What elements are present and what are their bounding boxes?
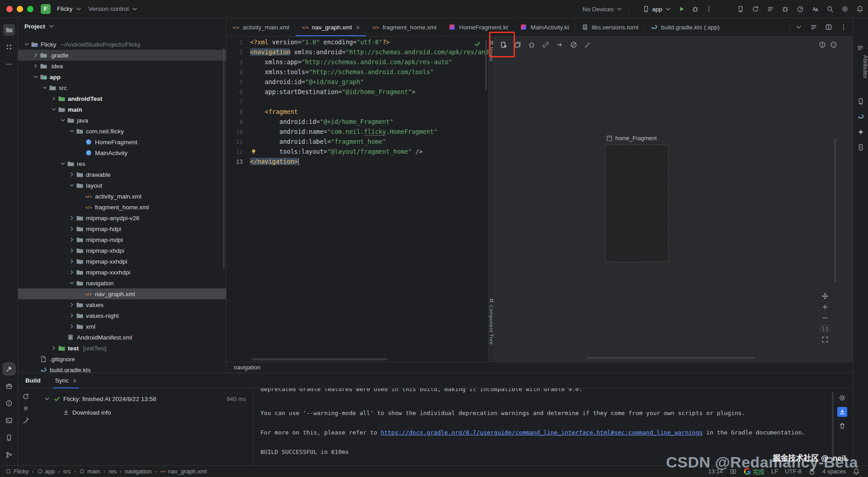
chevron-right-icon[interactable]	[69, 215, 75, 221]
sync-icon[interactable]	[752, 5, 759, 13]
code-line-8[interactable]: 8 <fragment	[226, 107, 488, 117]
code-line-6[interactable]: 6 app:startDestination="@id/home_Fragmen…	[226, 87, 488, 97]
sync-tab[interactable]: Sync ×	[53, 373, 79, 388]
tree-item-mipmap-xhdpi[interactable]: mipmap-xhdpi	[18, 245, 226, 256]
tree-item-build.gradle.kts[interactable]: build.gradle.kts	[18, 364, 226, 373]
tree-item-fragment_home.xml[interactable]: </>fragment_home.xml	[18, 202, 226, 213]
console-link[interactable]: https://docs.gradle.org/8.7/userguide/co…	[381, 429, 703, 436]
chevron-right-icon[interactable]	[69, 171, 75, 178]
zoom-level[interactable]: 1:1	[820, 325, 830, 332]
breadcrumb-nav_graph.xml[interactable]: </>nav_graph.xml	[160, 468, 207, 475]
tab-fragment_home.xml[interactable]: </>fragment_home.xml	[366, 18, 443, 36]
more-horizontal-icon[interactable]	[3, 58, 15, 70]
more-actions-icon[interactable]	[705, 5, 712, 13]
editor-list-icon[interactable]	[810, 24, 817, 31]
tree-item-androidTest[interactable]: androidTest	[18, 93, 226, 104]
design-surface[interactable]: ? home_Fragment 1:1	[495, 37, 853, 362]
bug-report-icon[interactable]	[782, 5, 789, 13]
zoom-fit-icon[interactable]	[821, 336, 829, 343]
build-tree-download-info[interactable]: Download info	[34, 406, 253, 418]
tree-item-.gitignore[interactable]: .gitignore	[18, 354, 226, 364]
tree-item-MainActivity[interactable]: CMainActivity	[18, 147, 226, 158]
tab-activity_main.xml[interactable]: </>activity_main.xml	[226, 18, 296, 36]
chevron-right-icon[interactable]	[69, 269, 75, 275]
deep-link-icon[interactable]	[542, 41, 549, 48]
chevron-down-icon[interactable]	[24, 41, 30, 47]
tab-libs.versions.toml[interactable]: libs.versions.toml	[576, 18, 645, 36]
code-line-7[interactable]: 7	[226, 97, 488, 107]
more-vertical-icon[interactable]	[840, 24, 847, 31]
tree-item-.idea[interactable]: .idea	[18, 61, 226, 71]
tree-item-xml[interactable]: xml	[18, 321, 226, 332]
code-line-12[interactable]: 12 tools:layout="@layout/fragment_home" …	[226, 146, 488, 156]
tree-item-HomeFragment[interactable]: CHomeFragment	[18, 137, 226, 147]
maximize-window-button[interactable]	[27, 6, 33, 12]
settings-icon[interactable]	[841, 5, 849, 13]
tree-item-test[interactable]: test [unitTest]	[18, 343, 226, 354]
tree-item-activity_main.xml[interactable]: </>activity_main.xml	[18, 191, 226, 202]
chevron-down-icon[interactable]	[43, 395, 51, 402]
breadcrumb-Flicky[interactable]: Flicky	[5, 468, 28, 475]
gradle-icon[interactable]	[857, 113, 864, 120]
pan-icon[interactable]	[821, 293, 829, 300]
services-icon[interactable]	[3, 380, 15, 392]
chevron-right-icon[interactable]	[69, 226, 75, 232]
close-window-button[interactable]	[6, 6, 13, 12]
device-manager-icon[interactable]	[857, 98, 864, 105]
breadcrumb-main[interactable]: main	[79, 468, 100, 475]
cycle-icon[interactable]	[570, 41, 577, 48]
attributes-tab[interactable]: Attributes	[853, 55, 868, 78]
xml-breadcrumb-tag[interactable]: navigation	[234, 364, 260, 371]
component-tree-tab[interactable]: Component Tree	[489, 298, 494, 345]
chevron-right-icon[interactable]	[69, 312, 75, 319]
tree-item-mipmap-xxxhdpi[interactable]: mipmap-xxxhdpi	[18, 267, 226, 278]
version-control-menu[interactable]: Version control	[89, 5, 138, 13]
clear-icon[interactable]	[837, 421, 847, 431]
build-tree-root[interactable]: Flicky: finished At 2024/8/22 13:58 940 …	[34, 393, 253, 405]
destination-label[interactable]: home_Fragment	[606, 135, 657, 142]
split-editor-icon[interactable]	[825, 24, 832, 31]
resource-manager-icon[interactable]	[3, 41, 15, 53]
translate-icon[interactable]: A	[811, 5, 819, 13]
chevron-right-icon[interactable]	[69, 247, 75, 254]
debug-button[interactable]	[692, 5, 699, 13]
tree-item-AndroidManifest.xml[interactable]: AndroidManifest.xml	[18, 332, 226, 343]
chevron-down-icon[interactable]	[33, 74, 39, 80]
chevron-down-icon[interactable]	[69, 182, 75, 189]
chevron-right-icon[interactable]	[69, 236, 75, 243]
intention-bulb-icon[interactable]	[250, 148, 257, 155]
breadcrumb-navigation[interactable]: navigation	[125, 468, 151, 475]
chevron-down-icon[interactable]	[60, 161, 66, 167]
tree-item-mipmap-mdpi[interactable]: mipmap-mdpi	[18, 234, 226, 245]
code-line-3[interactable]: 3 xmlns:app="http://schemas.android.com/…	[226, 57, 488, 67]
code-line-11[interactable]: 11 android:label="fragment_home"	[226, 137, 488, 146]
tree-item-java[interactable]: java	[18, 115, 226, 126]
code-line-2[interactable]: 2<navigation xmlns:android="http://schem…	[226, 47, 488, 57]
inspections-ok-icon[interactable]	[474, 40, 481, 47]
rerun-icon[interactable]	[22, 393, 29, 400]
fragment-preview[interactable]	[605, 145, 669, 262]
chevron-down-icon[interactable]	[51, 106, 57, 113]
running-devices-icon[interactable]	[857, 144, 864, 151]
minimize-window-button[interactable]	[17, 6, 23, 12]
search-icon[interactable]	[826, 5, 834, 13]
version-control-icon[interactable]	[3, 449, 15, 461]
chevron-right-icon[interactable]	[33, 52, 39, 58]
tree-item-nav_graph.xml[interactable]: </>nav_graph.xml	[18, 288, 226, 299]
action-icon[interactable]	[556, 41, 563, 48]
code-editor[interactable]: 1<?xml version="1.0" encoding="utf-8"?>2…	[226, 37, 488, 362]
issues-icon[interactable]	[819, 41, 826, 48]
tree-item-Flicky[interactable]: Flicky ~/AndroidStudioProjects/Flicky	[18, 39, 226, 50]
tab-build.gradle.kts (:app)[interactable]: build.gradle.kts (:app)	[645, 18, 726, 36]
tree-item-layout[interactable]: layout	[18, 180, 226, 191]
tab-nav_graph.xml[interactable]: </>nav_graph.xml×	[296, 18, 366, 36]
tree-item-navigation[interactable]: navigation	[18, 278, 226, 288]
tree-item-src[interactable]: src	[18, 82, 226, 93]
chevron-down-icon[interactable]	[42, 85, 48, 91]
device-selector[interactable]: No Devices	[582, 5, 623, 13]
chevron-right-icon[interactable]	[69, 323, 75, 330]
assign-start-icon[interactable]	[528, 41, 535, 48]
chevron-right-icon[interactable]	[69, 258, 75, 264]
build-settings-icon[interactable]	[837, 393, 847, 403]
tree-item-drawable[interactable]: drawable	[18, 169, 226, 180]
